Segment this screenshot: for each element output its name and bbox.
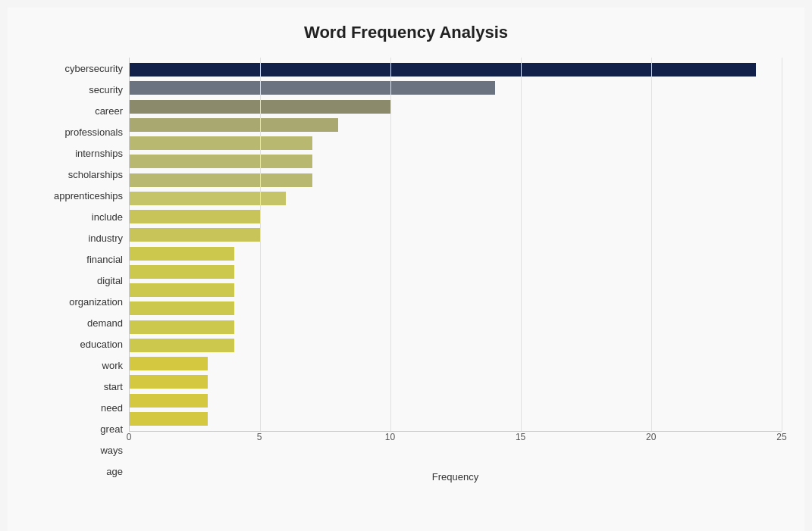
bar-row: [130, 245, 782, 263]
bar: [130, 339, 234, 352]
y-label: great: [30, 419, 123, 440]
bar: [130, 192, 286, 205]
bar-row: [130, 171, 782, 189]
y-label: work: [30, 355, 123, 376]
y-label: organization: [30, 292, 123, 313]
y-label: include: [30, 206, 123, 227]
bar-row: [130, 61, 782, 79]
x-tick: 25: [776, 432, 786, 442]
bar: [130, 320, 234, 334]
bar-row: [130, 79, 782, 97]
bar-row: [130, 318, 782, 336]
grid-line: [521, 58, 522, 431]
bar-row: [130, 299, 782, 317]
x-tick: 5: [257, 432, 262, 442]
bar: [130, 136, 312, 150]
bar-row: [130, 410, 782, 428]
y-label: scholarships: [30, 164, 123, 185]
bar-row: [130, 189, 782, 208]
y-label: education: [30, 334, 123, 355]
bar-row: [130, 152, 782, 170]
y-label: security: [30, 79, 123, 100]
grid-line: [390, 58, 391, 431]
y-label: career: [30, 100, 123, 121]
x-axis-label: Frequency: [129, 471, 782, 483]
bar-row: [130, 281, 782, 299]
y-label: start: [30, 376, 123, 398]
chart-container: Word Frequency Analysis cybersecuritysec…: [8, 8, 804, 531]
bar: [130, 247, 234, 261]
chart-title: Word Frequency Analysis: [30, 23, 782, 42]
y-label: need: [30, 398, 123, 419]
bar: [130, 210, 260, 223]
grid-line: [782, 58, 782, 431]
bar-row: [130, 134, 782, 152]
bar: [130, 301, 234, 315]
bar: [130, 155, 312, 168]
y-label: financial: [30, 248, 123, 270]
bar-row: [130, 98, 782, 116]
bar-row: [130, 226, 782, 244]
x-tick: 20: [646, 432, 656, 442]
grid-line: [260, 58, 261, 431]
bar: [130, 118, 338, 132]
bar: [130, 63, 756, 77]
x-tick: 0: [127, 432, 132, 442]
bar: [130, 394, 208, 408]
y-label: age: [30, 461, 123, 483]
bar: [130, 412, 208, 426]
bar-row: [130, 208, 782, 226]
bar: [130, 357, 208, 370]
x-axis: 0510152025: [129, 432, 782, 454]
chart-area: cybersecuritysecuritycareerprofessionals…: [30, 58, 782, 483]
grid-line: [651, 58, 652, 431]
bar: [130, 81, 495, 95]
bar-row: [130, 373, 782, 391]
bar: [130, 375, 208, 389]
bar: [130, 228, 260, 242]
bars-and-xaxis: 0510152025 Frequency: [129, 58, 782, 483]
y-labels: cybersecuritysecuritycareerprofessionals…: [30, 58, 129, 483]
bar-row: [130, 392, 782, 410]
y-label: internships: [30, 142, 123, 164]
bar-row: [130, 336, 782, 355]
bar: [130, 283, 234, 297]
y-label: cybersecurity: [30, 58, 123, 79]
x-tick: 15: [516, 432, 525, 442]
bar: [130, 173, 312, 187]
y-label: demand: [30, 313, 123, 334]
bar-row: [130, 116, 782, 134]
bars-area: [129, 58, 782, 432]
y-label: apprenticeships: [30, 185, 123, 206]
y-label: professionals: [30, 121, 123, 142]
bar-row: [130, 355, 782, 373]
y-label: industry: [30, 227, 123, 248]
bar-row: [130, 263, 782, 281]
bar: [130, 265, 234, 279]
bars-inner: [130, 58, 782, 431]
x-tick: 10: [385, 432, 395, 442]
y-label: digital: [30, 270, 123, 291]
y-label: ways: [30, 440, 123, 461]
